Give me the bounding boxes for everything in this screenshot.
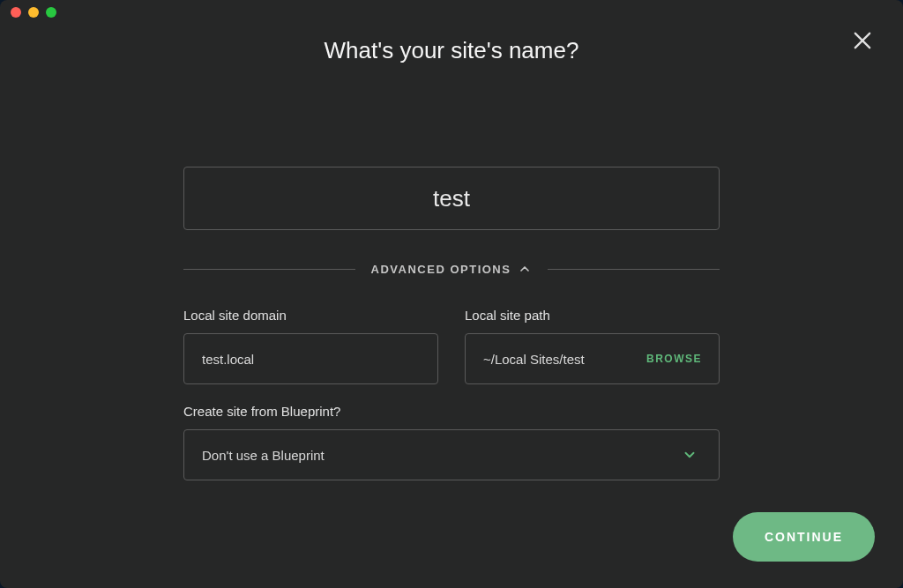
chevron-down-icon: [682, 447, 698, 463]
site-name-input[interactable]: [183, 167, 720, 230]
window-minimize-button[interactable]: [28, 7, 39, 18]
advanced-options-divider: ADVANCED OPTIONS: [183, 262, 720, 276]
divider-line-left: [183, 269, 355, 270]
window-maximize-button[interactable]: [46, 7, 56, 18]
blueprint-label: Create site from Blueprint?: [183, 404, 720, 419]
blueprint-select[interactable]: Don't use a Blueprint: [183, 429, 720, 480]
domain-label: Local site domain: [183, 308, 438, 323]
advanced-options-toggle[interactable]: ADVANCED OPTIONS: [355, 262, 549, 276]
path-label: Local site path: [465, 308, 720, 323]
close-icon[interactable]: [850, 28, 875, 53]
browse-button[interactable]: BROWSE: [646, 353, 702, 365]
domain-input[interactable]: [183, 333, 438, 384]
window-close-button[interactable]: [11, 7, 21, 18]
divider-line-right: [548, 269, 720, 270]
blueprint-selected-value: Don't use a Blueprint: [202, 448, 325, 463]
continue-button[interactable]: CONTINUE: [733, 512, 875, 562]
titlebar: [0, 0, 903, 25]
page-title: What's your site's name?: [0, 37, 903, 64]
chevron-up-icon: [518, 262, 532, 276]
advanced-options-label: ADVANCED OPTIONS: [371, 263, 511, 276]
